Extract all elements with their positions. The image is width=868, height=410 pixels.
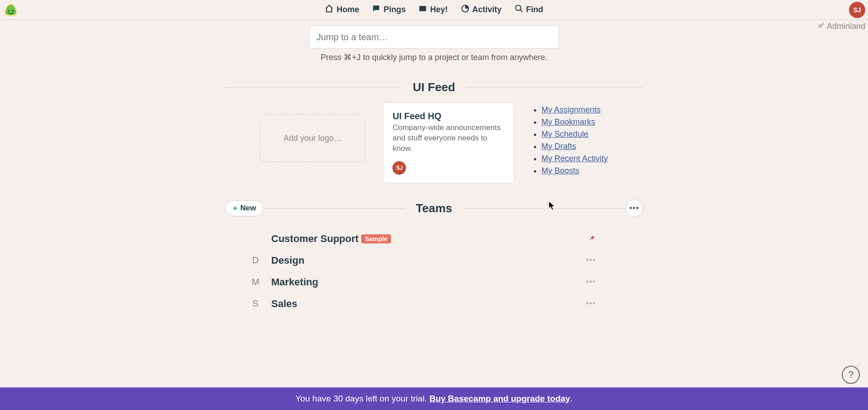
- nav-pings[interactable]: Pings: [372, 4, 406, 15]
- ui-feed-header: UI Feed: [225, 80, 643, 94]
- team-name: Marketing: [271, 276, 318, 288]
- nav-activity[interactable]: Activity: [461, 4, 502, 15]
- my-boosts-link[interactable]: My Boosts: [541, 166, 579, 175]
- nav-home-label: Home: [336, 5, 359, 14]
- key-icon: [818, 22, 825, 31]
- pin-icon: [588, 234, 596, 244]
- team-row[interactable]: D Design •••: [271, 250, 597, 271]
- basecamp-logo[interactable]: [3, 2, 19, 18]
- nav-hey-label: Hey!: [430, 5, 448, 14]
- svg-point-0: [8, 10, 9, 11]
- hq-member-avatar: SJ: [392, 161, 406, 175]
- team-row[interactable]: M Marketing •••: [271, 271, 597, 293]
- hq-card[interactable]: UI Feed HQ Company-wide announcements an…: [383, 102, 514, 183]
- team-row[interactable]: Customer Support Sample: [271, 228, 597, 250]
- team-letter: S: [240, 298, 271, 309]
- add-logo-dropzone[interactable]: Add your logo…: [260, 114, 365, 162]
- jump-input[interactable]: [309, 25, 559, 49]
- team-letter: D: [240, 255, 271, 266]
- new-team-button[interactable]: +New: [225, 200, 264, 216]
- home-icon: [325, 4, 334, 15]
- my-drafts-link[interactable]: My Drafts: [541, 142, 576, 151]
- hq-description: Company-wide announcements and stuff eve…: [392, 123, 505, 154]
- user-avatar[interactable]: SJ: [849, 2, 865, 18]
- hq-title: UI Feed HQ: [392, 111, 505, 121]
- nav-find[interactable]: Find: [514, 4, 543, 15]
- nav-activity-label: Activity: [472, 5, 502, 14]
- nav-pings-label: Pings: [383, 5, 406, 14]
- my-assignments-link[interactable]: My Assignments: [541, 105, 600, 114]
- teams-header: +New Teams •••: [225, 201, 643, 215]
- svg-point-4: [819, 25, 821, 27]
- team-name: Sales: [271, 298, 297, 310]
- team-more-button[interactable]: •••: [586, 299, 596, 308]
- team-more-button[interactable]: •••: [586, 256, 596, 265]
- my-bookmarks-link[interactable]: My Bookmarks: [541, 117, 595, 126]
- nav-find-label: Find: [526, 5, 543, 14]
- nav-hey[interactable]: Hey!: [418, 4, 448, 15]
- team-more-button[interactable]: •••: [586, 277, 596, 287]
- dots-icon: •••: [629, 204, 639, 213]
- search-icon: [514, 4, 524, 15]
- team-name: Customer Support: [271, 233, 359, 245]
- my-recent-activity-link[interactable]: My Recent Activity: [541, 154, 608, 163]
- inbox-icon: [418, 4, 427, 15]
- svg-point-1: [12, 10, 14, 11]
- jump-hint: Press ⌘+J to quickly jump to a project o…: [167, 52, 701, 62]
- my-schedule-link[interactable]: My Schedule: [541, 130, 588, 139]
- team-row[interactable]: S Sales •••: [271, 293, 597, 315]
- plus-icon: +: [233, 204, 238, 213]
- chat-icon: [372, 4, 381, 15]
- sample-badge: Sample: [361, 234, 391, 243]
- teams-more-button[interactable]: •••: [626, 200, 643, 217]
- my-links: My Assignments My Bookmarks My Schedule …: [532, 102, 608, 178]
- svg-point-3: [515, 5, 521, 11]
- adminland-link[interactable]: Adminland: [818, 22, 865, 31]
- pie-icon: [461, 4, 470, 15]
- nav-home[interactable]: Home: [325, 4, 359, 15]
- team-name: Design: [271, 255, 304, 266]
- team-letter: M: [240, 277, 271, 287]
